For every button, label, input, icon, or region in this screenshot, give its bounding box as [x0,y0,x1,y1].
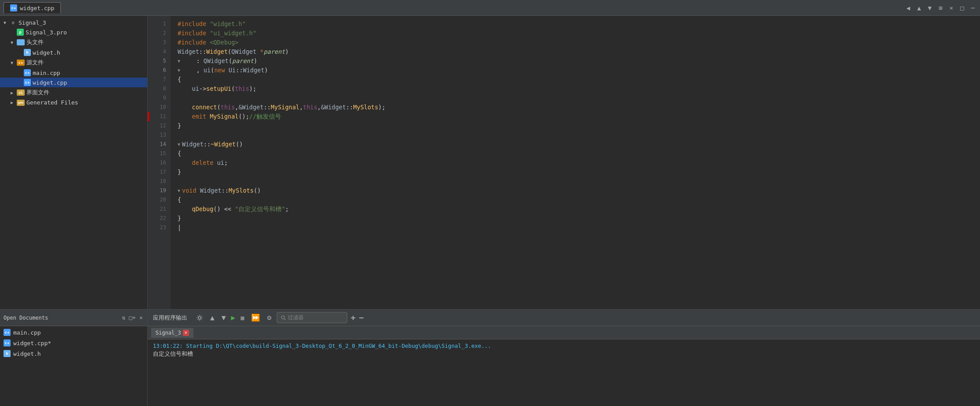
file-tree: ▼ ⚙ Signal_3 p Signal_3.pro ▼ 头文件 h widg… [0,16,147,309]
tree-item-generated[interactable]: ▶ gen Generated Files [0,98,147,107]
open-doc-item-widget-h[interactable]: h widget.h [0,348,147,359]
folder-gen-icon: gen [17,100,25,106]
code-line-13 [178,130,980,140]
gear-icon: ⚙ [10,19,17,26]
cpp-icon-main: c+ [4,329,11,336]
code-token: #include [178,38,210,47]
fold-icon-19[interactable]: ▼ [178,186,180,195]
tree-label-ui: 界面文件 [26,89,49,97]
tree-root-signal3[interactable]: ▼ ⚙ Signal_3 [0,18,147,27]
line-num-13: 13 [148,130,171,140]
open-doc-item-widget-cpp[interactable]: c+ widget.cpp* [0,338,147,348]
search-icon [281,315,286,320]
code-token: : [182,56,204,66]
tree-arrow-root: ▼ [4,20,8,25]
editor-tab-widget-cpp[interactable]: c+ widget.cpp [4,2,61,13]
line-num-21: 21 [148,205,171,214]
open-docs-header: Open Documents ⇅ □+ × [0,309,147,326]
code-token: ( [211,66,214,75]
output-gear-icon[interactable]: ⚙ [265,313,273,323]
output-body: 13:01:22: Starting D:\QT\code\build-Sign… [148,339,980,406]
output-remove-icon[interactable]: − [359,313,364,322]
open-docs-close-icon[interactable]: × [138,313,144,322]
code-line-10: connect(this,&Widget::MySignal,this,&Wid… [178,103,980,112]
tree-item-headers[interactable]: ▼ 头文件 [0,37,147,48]
open-documents-panel: Open Documents ⇅ □+ × c+ main.cpp c+ wid… [0,309,148,406]
code-token: ( [217,103,220,112]
open-doc-label-widget-h: widget.h [13,350,41,357]
line-num-23: 23 [148,223,171,232]
output-prev-icon[interactable]: ▲ [208,313,216,323]
svg-line-2 [284,319,286,320]
code-token [178,103,192,112]
tree-arrow-generated: ▶ [11,100,15,105]
split-icon[interactable]: ⊞ [937,4,944,12]
line-num-1: 1 [148,19,171,29]
line-num-16: 16 [148,158,171,168]
code-token: ; [285,205,289,214]
nav-up-icon[interactable]: ▲ [915,4,922,12]
code-line-17: } [178,168,980,177]
tree-item-ui[interactable]: ▶ ui 界面文件 [0,87,147,98]
nav-down-icon[interactable]: ▼ [926,4,933,12]
h-icon-widget: h [4,350,11,357]
output-panel-title: 应用程序输出 [153,314,187,322]
code-editor[interactable]: 1 2 3 4 5 6 7 8 9 10 11 12 13 14 15 16 1… [148,16,980,309]
code-token: &Widget [321,103,346,112]
output-add-icon[interactable]: + [351,313,356,322]
tree-arrow-sources: ▼ [11,60,15,65]
fold-icon-5[interactable]: ▼ [178,56,180,66]
stop-button[interactable]: ■ [239,313,246,322]
fold-icon-14[interactable]: ▼ [178,140,180,149]
fold-icon-6[interactable]: ▼ [178,66,180,75]
output-tab-row: Signal_3 × [148,326,980,339]
code-line-11: emit MySignal();//触发信号 [178,112,980,121]
line-num-7: 7 [148,75,171,84]
code-token: Widget [182,140,204,149]
output-tab-close[interactable]: × [183,330,189,336]
code-line-20: { [178,195,980,205]
code-line-15: { [178,149,980,158]
open-docs-sort-icon[interactable]: ⇅ [121,313,126,322]
code-token: ui [192,84,199,93]
tree-item-widget-h[interactable]: h widget.h [0,48,147,57]
code-line-6: ▼ , ui(new Ui::Widget) [178,66,980,75]
tree-item-main-cpp[interactable]: c+ main.cpp [0,68,147,78]
maximize-icon[interactable]: □ [958,4,965,12]
output-next-icon[interactable]: ▼ [220,313,228,323]
code-lines: #include "widget.h" #include "ui_widget.… [171,16,980,309]
tree-item-signal3pro[interactable]: p Signal_3.pro [0,27,147,37]
line-num-2: 2 [148,29,171,38]
folder-src-icon: c+ [17,60,25,66]
code-line-23: | [178,223,980,232]
line-num-3: 3 [148,38,171,47]
code-line-19: ▼void Widget::MySlots() [178,186,980,195]
code-token: ) [285,47,289,56]
h-file-icon: h [24,49,31,56]
line-num-8: 8 [148,84,171,93]
code-token: &Widget [238,103,264,112]
code-token: Ui [229,66,236,75]
code-line-22: } [178,214,980,223]
output-search-box[interactable]: 过滤器 [277,312,347,323]
open-docs-add-icon[interactable]: □+ [128,313,137,322]
line-num-11: 11 [148,112,171,121]
nav-back-icon[interactable]: ◀ [905,4,912,12]
output-forward-icon[interactable]: ⏩ [249,313,262,323]
svg-point-0 [198,317,201,319]
code-token: Widget [243,66,264,75]
code-token: this [221,103,235,112]
tree-label-root: Signal_3 [19,19,46,26]
open-doc-item-main[interactable]: c+ main.cpp [0,327,147,338]
minimize-icon[interactable]: ─ [969,4,976,12]
close-tab-icon[interactable]: × [948,4,955,12]
tree-item-widget-cpp[interactable]: c+ widget.cpp [0,78,147,87]
tree-item-sources[interactable]: ▼ c+ 源文件 [0,57,147,68]
line-numbers: 1 2 3 4 5 6 7 8 9 10 11 12 13 14 15 16 1… [148,16,171,309]
line-num-18: 18 [148,177,171,186]
output-settings-icon[interactable] [194,313,205,322]
code-token: connect [192,103,217,112]
code-token: ) [254,56,257,66]
run-button[interactable]: ▶ [231,313,235,322]
output-tab-signal3[interactable]: Signal_3 × [151,328,193,338]
